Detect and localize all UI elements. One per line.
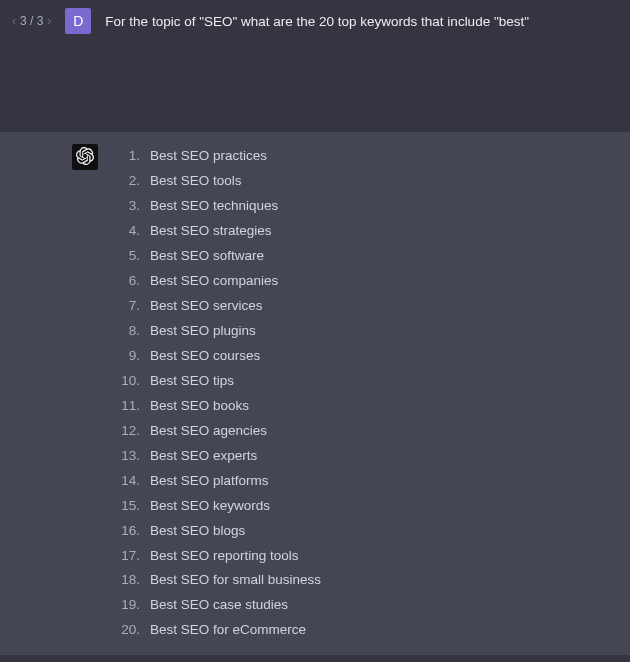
user-avatar: D xyxy=(65,8,91,34)
keyword-item: Best SEO strategies xyxy=(112,219,618,244)
keyword-list: Best SEO practicesBest SEO toolsBest SEO… xyxy=(112,144,618,643)
keyword-item: Best SEO experts xyxy=(112,444,618,469)
keyword-item: Best SEO agencies xyxy=(112,419,618,444)
keyword-item: Best SEO for eCommerce xyxy=(112,618,618,643)
keyword-item: Best SEO tips xyxy=(112,369,618,394)
keyword-item: Best SEO services xyxy=(112,294,618,319)
keyword-text: Best SEO for eCommerce xyxy=(150,618,306,643)
keyword-text: Best SEO platforms xyxy=(150,469,269,494)
keyword-item: Best SEO techniques xyxy=(112,194,618,219)
openai-logo-icon xyxy=(76,147,94,168)
keyword-text: Best SEO software xyxy=(150,244,264,269)
pager-prev-button[interactable]: ‹ xyxy=(12,14,16,28)
keyword-text: Best SEO courses xyxy=(150,344,260,369)
keyword-text: Best SEO agencies xyxy=(150,419,267,444)
keyword-text: Best SEO books xyxy=(150,394,249,419)
keyword-item: Best SEO software xyxy=(112,244,618,269)
keyword-item: Best SEO practices xyxy=(112,144,618,169)
keyword-item: Best SEO courses xyxy=(112,344,618,369)
keyword-text: Best SEO reporting tools xyxy=(150,544,299,569)
keyword-item: Best SEO books xyxy=(112,394,618,419)
keyword-text: Best SEO practices xyxy=(150,144,267,169)
keyword-item: Best SEO case studies xyxy=(112,593,618,618)
keyword-item: Best SEO plugins xyxy=(112,319,618,344)
keyword-text: Best SEO companies xyxy=(150,269,278,294)
keyword-item: Best SEO blogs xyxy=(112,519,618,544)
assistant-message-row: Best SEO practicesBest SEO toolsBest SEO… xyxy=(0,132,630,655)
keyword-item: Best SEO for small business xyxy=(112,568,618,593)
keyword-text: Best SEO experts xyxy=(150,444,257,469)
keyword-text: Best SEO tools xyxy=(150,169,242,194)
keyword-text: Best SEO blogs xyxy=(150,519,245,544)
message-pager: ‹ 3 / 3 › xyxy=(12,14,51,28)
keyword-text: Best SEO services xyxy=(150,294,263,319)
pager-label: 3 / 3 xyxy=(20,14,43,28)
keyword-item: Best SEO keywords xyxy=(112,494,618,519)
keyword-text: Best SEO case studies xyxy=(150,593,288,618)
user-message-row: ‹ 3 / 3 › D For the topic of "SEO" what … xyxy=(0,0,630,42)
keyword-text: Best SEO techniques xyxy=(150,194,278,219)
assistant-avatar xyxy=(72,144,98,170)
keyword-item: Best SEO reporting tools xyxy=(112,544,618,569)
keyword-item: Best SEO tools xyxy=(112,169,618,194)
keyword-text: Best SEO tips xyxy=(150,369,234,394)
assistant-message-content: Best SEO practicesBest SEO toolsBest SEO… xyxy=(112,144,618,643)
keyword-text: Best SEO strategies xyxy=(150,219,272,244)
keyword-item: Best SEO companies xyxy=(112,269,618,294)
pager-next-button[interactable]: › xyxy=(47,14,51,28)
keyword-text: Best SEO plugins xyxy=(150,319,256,344)
user-message-text: For the topic of "SEO" what are the 20 t… xyxy=(105,8,618,32)
keyword-text: Best SEO for small business xyxy=(150,568,321,593)
keyword-text: Best SEO keywords xyxy=(150,494,270,519)
keyword-item: Best SEO platforms xyxy=(112,469,618,494)
